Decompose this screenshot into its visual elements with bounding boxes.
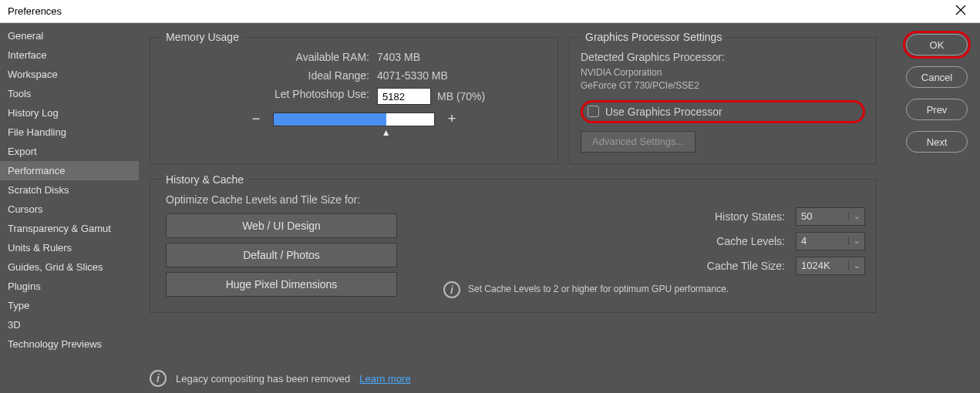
graphics-processor-group: Graphics Processor Settings Detected Gra… xyxy=(569,31,877,164)
sidebar-item-technology-previews[interactable]: Technology Previews xyxy=(0,334,139,354)
chevron-down-icon: ⌄ xyxy=(848,261,860,270)
cancel-button[interactable]: Cancel xyxy=(906,66,968,88)
optimize-label: Optimize Cache Levels and Tile Size for: xyxy=(166,193,397,206)
history-states-value: 50 xyxy=(801,210,812,222)
sidebar-item-plugins[interactable]: Plugins xyxy=(0,277,139,296)
titlebar: Preferences xyxy=(0,0,980,23)
cache-tile-label: Cache Tile Size: xyxy=(443,260,790,272)
use-gp-label: Use Graphics Processor xyxy=(605,106,722,118)
main-panel: Memory Usage Available RAM: 7403 MB Idea… xyxy=(139,23,887,393)
chevron-down-icon: ⌄ xyxy=(848,212,860,220)
sidebar-item-guides-grid-slices[interactable]: Guides, Grid & Slices xyxy=(0,257,139,277)
gpu-model: GeForce GT 730/PCIe/SSE2 xyxy=(581,79,865,92)
history-cache-legend: History & Cache xyxy=(161,173,248,186)
cache-info-text: Set Cache Levels to 2 or higher for opti… xyxy=(468,284,729,296)
use-gp-row-highlight: Use Graphics Processor xyxy=(581,100,865,123)
next-button[interactable]: Next xyxy=(906,131,968,153)
memory-unit: MB (70%) xyxy=(437,90,485,102)
memory-usage-group: Memory Usage Available RAM: 7403 MB Idea… xyxy=(150,31,558,164)
history-states-select[interactable]: 50 ⌄ xyxy=(796,207,865,226)
available-ram-value: 7403 MB xyxy=(377,51,500,63)
advanced-settings-button[interactable]: Advanced Settings... xyxy=(581,131,695,153)
gpu-vendor: NVIDIA Corporation xyxy=(581,66,865,79)
memory-usage-legend: Memory Usage xyxy=(161,31,244,43)
sidebar-item-units-rulers[interactable]: Units & Rulers xyxy=(0,238,139,257)
let-use-label: Let Photoshop Use: xyxy=(207,88,377,105)
history-cache-group: History & Cache Optimize Cache Levels an… xyxy=(150,173,877,313)
sidebar-item-performance[interactable]: Performance xyxy=(0,161,139,180)
info-icon: i xyxy=(443,281,460,298)
use-gp-checkbox[interactable] xyxy=(588,106,599,117)
gps-legend: Graphics Processor Settings xyxy=(581,31,726,43)
memory-slider[interactable]: ▲ xyxy=(273,113,435,126)
sidebar-item-3d[interactable]: 3D xyxy=(0,315,139,334)
sidebar-item-history-log[interactable]: History Log xyxy=(0,103,139,123)
sidebar-item-tools[interactable]: Tools xyxy=(0,84,139,103)
prev-button[interactable]: Prev xyxy=(906,99,968,120)
close-icon[interactable] xyxy=(949,2,972,22)
sidebar-item-file-handling[interactable]: File Handling xyxy=(0,123,139,142)
sidebar-item-type[interactable]: Type xyxy=(0,296,139,315)
sidebar-item-transparency-gamut[interactable]: Transparency & Gamut xyxy=(0,219,139,238)
ok-button[interactable]: OK xyxy=(906,34,968,55)
cache-tile-value: 1024K xyxy=(801,260,830,271)
window-title: Preferences xyxy=(8,5,62,17)
chevron-down-icon: ⌄ xyxy=(848,237,860,245)
info-icon: i xyxy=(150,370,167,387)
sidebar-item-workspace[interactable]: Workspace xyxy=(0,65,139,84)
dialog-buttons: OK Cancel Prev Next xyxy=(887,23,980,393)
cache-levels-select[interactable]: 4 ⌄ xyxy=(796,232,865,250)
footer-info: i Legacy compositing has been removed Le… xyxy=(150,370,411,387)
cache-levels-value: 4 xyxy=(801,235,807,247)
cache-levels-label: Cache Levels: xyxy=(443,235,790,247)
slider-handle-icon[interactable]: ▲ xyxy=(382,127,391,138)
sidebar-item-export[interactable]: Export xyxy=(0,142,139,161)
preset-button-huge-pixel-dimensions[interactable]: Huge Pixel Dimensions xyxy=(166,272,397,297)
cache-tile-select[interactable]: 1024K ⌄ xyxy=(796,257,865,275)
preset-button-web-ui-design[interactable]: Web / UI Design xyxy=(166,213,397,238)
available-ram-label: Available RAM: xyxy=(207,51,377,63)
sidebar-item-general[interactable]: General xyxy=(0,26,139,45)
preset-button-default-photos[interactable]: Default / Photos xyxy=(166,243,397,267)
history-states-label: History States: xyxy=(443,210,790,223)
ideal-range-value: 4071-5330 MB xyxy=(377,69,500,82)
ideal-range-label: Ideal Range: xyxy=(207,69,377,82)
sidebar-item-interface[interactable]: Interface xyxy=(0,45,139,65)
sidebar-item-scratch-disks[interactable]: Scratch Disks xyxy=(0,180,139,200)
legacy-msg: Legacy compositing has been removed xyxy=(176,373,350,385)
detected-gp-label: Detected Graphics Processor: xyxy=(581,51,865,63)
learn-more-link[interactable]: Learn more xyxy=(359,373,410,385)
sidebar-item-cursors[interactable]: Cursors xyxy=(0,200,139,219)
plus-icon[interactable]: + xyxy=(446,111,458,127)
memory-input[interactable] xyxy=(377,88,431,105)
sidebar: GeneralInterfaceWorkspaceToolsHistory Lo… xyxy=(0,23,139,393)
minus-icon[interactable]: − xyxy=(250,111,262,127)
